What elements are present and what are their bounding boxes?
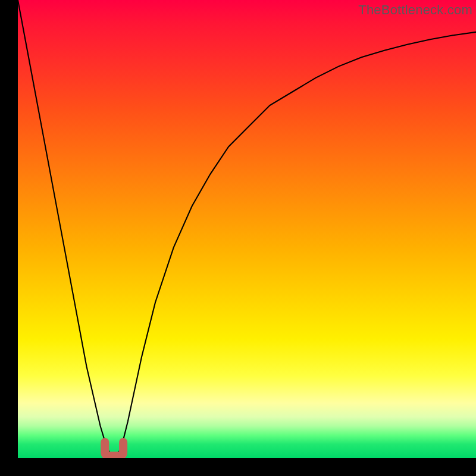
chart-svg bbox=[18, 0, 476, 458]
chart-area bbox=[18, 0, 476, 458]
watermark-text: TheBottleneck.com bbox=[358, 2, 472, 18]
minimum-marker bbox=[105, 442, 123, 456]
bottleneck-curve bbox=[18, 0, 476, 458]
